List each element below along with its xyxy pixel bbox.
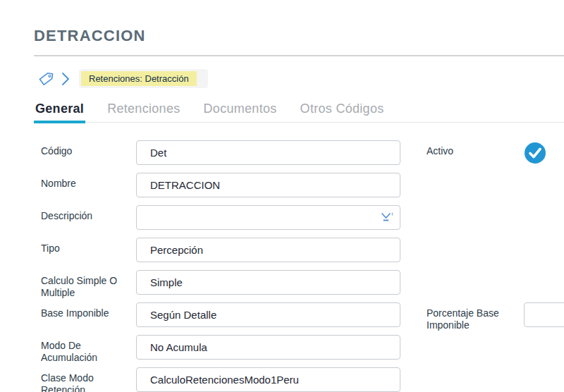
form-row-modo-acumulacion: Modo De Acumulación (34, 335, 564, 360)
tab-documentos[interactable]: Documentos (202, 99, 278, 122)
breadcrumb-label: Retenciones: Detracción (81, 71, 197, 86)
porcentaje-input[interactable] (524, 302, 564, 327)
form-row-tipo: Tipo (34, 238, 564, 262)
form-row-clase-modo: Clase Modo Retención (34, 367, 564, 392)
activo-label: Activo (427, 145, 453, 157)
base-imponible-input[interactable] (136, 302, 400, 327)
activo-checkbox-checked-icon[interactable] (524, 142, 546, 164)
codigo-input[interactable] (136, 140, 400, 165)
page-title: DETRACCION (34, 27, 564, 45)
nombre-input[interactable] (136, 173, 400, 197)
tipo-input[interactable] (136, 238, 400, 262)
clase-modo-label: Clase Modo Retención (34, 367, 136, 392)
form-row-descripcion: Descripción (34, 205, 564, 230)
form-row-calculo-simple: Calculo Simple O Multiple (34, 270, 564, 295)
modo-acumulacion-input[interactable] (136, 335, 400, 360)
codigo-label: Código (34, 140, 136, 157)
breadcrumb: Retenciones: Detracción (34, 69, 564, 88)
tipo-label: Tipo (34, 238, 136, 255)
calculo-simple-input[interactable] (136, 270, 400, 295)
base-imponible-label: Base Imponible (34, 302, 136, 319)
tab-retenciones[interactable]: Retenciones (106, 99, 181, 122)
chevron-right-icon (61, 71, 70, 87)
form-row-codigo: Código (34, 140, 564, 165)
modo-acumulacion-label: Modo De Acumulación (34, 335, 136, 364)
descripcion-input[interactable] (136, 205, 400, 230)
calculo-simple-label: Calculo Simple O Multiple (34, 270, 136, 299)
descripcion-label: Descripción (34, 205, 136, 222)
porcentaje-label: Porcentaje Base Imponible (427, 307, 515, 331)
breadcrumb-item[interactable]: Retenciones: Detracción (79, 69, 208, 88)
page-content: DETRACCION Retenciones: Detracción Gener… (0, 27, 564, 392)
tag-icon (38, 71, 54, 87)
clase-modo-input[interactable] (136, 367, 400, 392)
tab-general[interactable]: General (34, 99, 85, 122)
tab-otros-codigos[interactable]: Otros Códigos (299, 99, 386, 122)
form-row-nombre: Nombre (34, 173, 564, 197)
general-form: Código Nombre Descripción (34, 140, 564, 392)
chevron-down-icon[interactable] (381, 212, 393, 223)
tab-bar: General Retenciones Documentos Otros Cód… (34, 99, 564, 123)
nombre-label: Nombre (34, 173, 136, 190)
title-divider (34, 55, 564, 56)
